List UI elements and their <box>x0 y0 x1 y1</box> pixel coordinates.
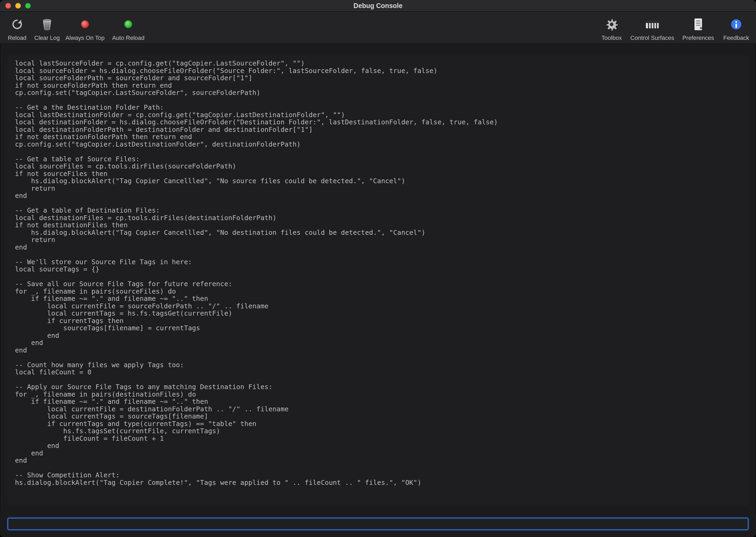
debug-console-window: Debug Console Reload <box>0 0 756 537</box>
svg-rect-7 <box>646 20 659 23</box>
svg-rect-10 <box>653 23 655 28</box>
svg-rect-19 <box>736 23 737 28</box>
info-icon <box>731 15 742 34</box>
toolbar-item-label: Always On Top <box>65 34 104 41</box>
window-controls <box>0 3 31 9</box>
status-dot-green-icon <box>124 15 132 34</box>
svg-point-18 <box>736 21 737 23</box>
toolbar-item-label: Reload <box>8 34 26 41</box>
preferences-button[interactable]: Preferences <box>680 12 717 44</box>
svg-rect-15 <box>696 25 700 26</box>
toolbar: Reload <box>0 12 756 44</box>
zoom-window-button[interactable] <box>25 3 31 9</box>
window-title: Debug Console <box>0 2 756 10</box>
feedback-button[interactable]: Feedback <box>720 12 752 44</box>
svg-rect-11 <box>656 23 657 28</box>
gear-icon <box>606 15 618 34</box>
control-surfaces-button[interactable]: Control Surfaces <box>628 12 676 44</box>
auto-reload-toggle[interactable]: Auto Reload <box>110 12 147 44</box>
svg-point-5 <box>610 22 613 26</box>
preferences-icon <box>693 15 703 34</box>
toolbar-left-group: Reload <box>4 12 147 44</box>
toolbar-right-group: Toolbox Control Surfaces <box>598 12 752 44</box>
toolbar-item-label: Control Surfaces <box>630 34 674 41</box>
svg-rect-14 <box>696 23 700 23</box>
clear-log-button[interactable]: Clear Log <box>34 12 60 44</box>
toolbar-item-label: Preferences <box>683 34 714 41</box>
svg-rect-13 <box>696 21 700 21</box>
svg-point-16 <box>700 27 702 29</box>
toolbar-item-label: Feedback <box>723 34 749 41</box>
trash-icon <box>41 15 53 34</box>
svg-rect-8 <box>648 23 649 28</box>
toolbox-button[interactable]: Toolbox <box>598 12 625 44</box>
log-output[interactable]: local lastSourceFolder = cp.config.get("… <box>8 55 748 505</box>
command-input-bar <box>0 514 756 537</box>
reload-button[interactable]: Reload <box>4 12 30 44</box>
toolbar-item-label: Toolbox <box>602 34 622 41</box>
svg-rect-9 <box>651 23 652 28</box>
always-on-top-toggle[interactable]: Always On Top <box>63 12 106 44</box>
close-window-button[interactable] <box>5 3 11 9</box>
reload-icon <box>11 15 23 34</box>
status-dot-red-icon <box>81 15 89 34</box>
toolbar-spacer <box>147 12 598 44</box>
toolbar-item-label: Auto Reload <box>112 34 144 41</box>
toolbar-item-label: Clear Log <box>34 34 60 41</box>
keyboard-icon <box>645 15 659 34</box>
command-input[interactable] <box>8 518 748 530</box>
titlebar: Debug Console <box>0 0 756 12</box>
minimize-window-button[interactable] <box>15 3 21 9</box>
log-area-wrap: local lastSourceFolder = cp.config.get("… <box>0 44 756 514</box>
